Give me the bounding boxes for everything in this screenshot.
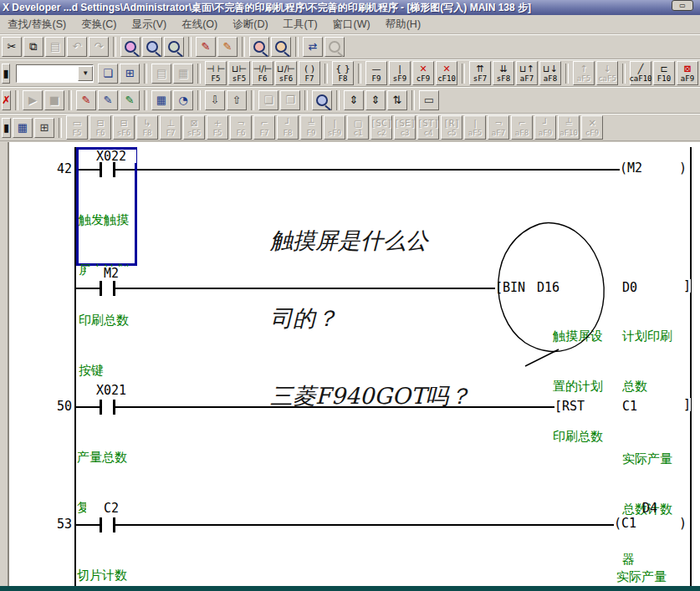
sfc-rule-vline-button: |aF5 bbox=[464, 115, 486, 140]
minimize-button[interactable]: ▭ bbox=[672, 0, 693, 11]
sfc-rule-write-button: ▢c1 bbox=[347, 115, 369, 140]
instruction-mnemonic[interactable]: [BIN bbox=[495, 281, 525, 294]
menu-find-replace[interactable]: 查找/替换(S) bbox=[0, 16, 74, 33]
closed-contact-button[interactable]: ⊣/⊢F6 bbox=[252, 61, 273, 85]
device-test-on-button[interactable]: ⇕ bbox=[344, 90, 364, 110]
comment-line: 印刷总数 bbox=[79, 312, 129, 329]
menu-tools[interactable]: 工具(T) bbox=[276, 16, 325, 33]
ladder-editor[interactable]: X022 42 触发触摸 屏上计划 印刷总数 按键 (M2 ) 触摸屏是什么公 … bbox=[0, 142, 700, 586]
closed-branch-button[interactable]: ⊔/⊢sF6 bbox=[275, 61, 297, 85]
branch-line-button[interactable]: ⊏F10 bbox=[653, 61, 675, 85]
window-tile-icon: ❐ bbox=[285, 94, 295, 106]
ladder-write-button[interactable]: ✎ bbox=[196, 37, 216, 57]
statement-edit-icon: ✎ bbox=[104, 94, 113, 106]
grip-partial-button[interactable]: ▮ bbox=[2, 118, 11, 138]
sfc-rule-selection-button: ¬aF7 bbox=[488, 115, 509, 140]
find-device-button[interactable] bbox=[142, 37, 162, 57]
instruction-operand[interactable]: D0 bbox=[622, 281, 637, 294]
device-comment: 切片计数 器 bbox=[77, 533, 127, 591]
open-branch-button[interactable]: ⊔⊢sF5 bbox=[228, 61, 250, 85]
contact-device-label: C2 bbox=[86, 502, 136, 515]
instruction-mnemonic[interactable]: [RST bbox=[554, 400, 585, 413]
function-key-label: aF9 bbox=[539, 129, 552, 137]
monitor-start-icon: ▶ bbox=[28, 94, 37, 106]
online-write-button[interactable]: ⇧ bbox=[227, 90, 247, 110]
coil-symbol[interactable]: (C1 bbox=[614, 517, 636, 530]
device-test-on-icon: ⇕ bbox=[350, 94, 359, 106]
toolbar-edit-monitor: ✗▶■✎✎✎▦◔⇩⇧❏❐⇕⇕⇅▭ bbox=[0, 87, 700, 114]
open-contact-button[interactable]: ⊣ ⊢F5 bbox=[205, 61, 227, 85]
function-key-label: F8 bbox=[143, 129, 152, 137]
instruction-operand[interactable]: C1 bbox=[622, 400, 637, 413]
horizontal-line-button[interactable]: —F9 bbox=[365, 61, 387, 85]
toolbar-separator bbox=[69, 90, 72, 110]
device-comment-edit-button[interactable]: ✎ bbox=[76, 90, 96, 110]
delete-branch-icon: ⊠ bbox=[683, 64, 691, 74]
clock-setting-button[interactable]: ◔ bbox=[173, 90, 193, 110]
ladder-edit-partial-button[interactable]: ✗ bbox=[2, 90, 11, 110]
menu-view[interactable]: 显示(V) bbox=[125, 16, 175, 33]
device-memory-button[interactable]: ▦ bbox=[151, 90, 171, 110]
contact-symbol[interactable] bbox=[100, 281, 115, 296]
statement-edit-button[interactable]: ✎ bbox=[98, 90, 118, 110]
online-read-button[interactable]: ⇩ bbox=[205, 90, 225, 110]
chevron-down-icon[interactable]: ▼ bbox=[78, 66, 93, 81]
copy-button[interactable]: ⧉ bbox=[23, 37, 43, 57]
coil-button[interactable]: ( )F7 bbox=[299, 61, 320, 85]
menu-window[interactable]: 窗口(W) bbox=[325, 16, 378, 33]
zoom-in-button[interactable] bbox=[249, 37, 269, 57]
menu-help[interactable]: 帮助(H) bbox=[378, 16, 428, 33]
contact-symbol[interactable] bbox=[100, 517, 115, 532]
project-tree-button[interactable]: ⊞ bbox=[120, 64, 140, 84]
find-button[interactable] bbox=[120, 37, 141, 57]
grip-partial-icon: ▮ bbox=[3, 122, 9, 134]
application-instruction-icon: { } bbox=[335, 64, 350, 74]
function-key-label: aF7 bbox=[492, 129, 505, 137]
sfc-simultaneous-convergence-icon: ╧ bbox=[309, 119, 314, 129]
monitor-test-button[interactable] bbox=[312, 90, 332, 110]
vertical-line-button[interactable]: |sF9 bbox=[389, 61, 411, 85]
note-edit-button[interactable]: ✎ bbox=[120, 90, 140, 110]
keyboard-entry-button[interactable]: ▭ bbox=[419, 90, 439, 110]
pulse-up-branch-button[interactable]: ⊔↑aF7 bbox=[516, 61, 538, 85]
pulse-down-contact-button[interactable]: ⇊sF8 bbox=[493, 61, 514, 85]
counter-preset-label: D4 bbox=[642, 502, 657, 515]
program-check-button[interactable]: ❏ bbox=[98, 64, 118, 84]
device-test-off-button[interactable]: ⇕ bbox=[365, 90, 386, 110]
sfc-step-button: ▭F5 bbox=[66, 115, 88, 140]
contact-symbol[interactable] bbox=[100, 400, 115, 415]
coil-symbol[interactable]: (M2 bbox=[620, 161, 642, 175]
menu-convert[interactable]: 变换(C) bbox=[74, 16, 124, 33]
sfc-grid-button[interactable]: ▦ bbox=[13, 118, 33, 138]
application-instruction-button[interactable]: { }F8 bbox=[332, 61, 354, 85]
menu-diagnostics[interactable]: 诊断(D) bbox=[225, 16, 275, 33]
sfc-rule-conv2-icon: ╧ bbox=[566, 119, 572, 129]
instruction-operand[interactable]: D16 bbox=[537, 281, 559, 294]
menu-online[interactable]: 在线(O) bbox=[174, 16, 225, 33]
function-key-label: c1 bbox=[354, 129, 363, 137]
device-test-toggle-button[interactable]: ⇅ bbox=[387, 90, 407, 110]
find-instruction-button[interactable] bbox=[164, 37, 184, 57]
wizard-combobox[interactable]: ▼ bbox=[16, 64, 94, 83]
sfc-jump-icon: ↳ bbox=[143, 119, 151, 129]
annotation-line: 三菱F940GOT吗？ bbox=[270, 383, 471, 409]
function-key-label: sF9 bbox=[393, 74, 406, 83]
fall-icon: ↓ bbox=[603, 64, 611, 74]
contact-symbol[interactable] bbox=[100, 162, 115, 177]
delete-branch-button[interactable]: ⊠aF9 bbox=[677, 61, 698, 85]
delete-horizontal-line-button[interactable]: ✕cF9 bbox=[412, 61, 434, 85]
sfc-simultaneous-convergence-button: ╧F9 bbox=[300, 115, 322, 140]
sfc-tree-button[interactable]: ⊞ bbox=[34, 118, 54, 138]
delete-vertical-line-button[interactable]: ✕cF10 bbox=[436, 61, 457, 85]
sfc-rule-vline-icon: | bbox=[473, 119, 477, 129]
invert-result-button[interactable]: ╱caF10 bbox=[630, 61, 651, 85]
pulse-up-contact-button[interactable]: ⇈sF7 bbox=[469, 61, 491, 85]
annotation-line: 触摸屏是什么公 bbox=[270, 227, 471, 253]
program-transfer-button[interactable]: ⇄ bbox=[303, 37, 323, 57]
comment-line: 计划印刷 bbox=[622, 328, 672, 344]
cut-button[interactable]: ✂ bbox=[2, 37, 22, 57]
zoom-out-button[interactable] bbox=[271, 37, 291, 57]
pulse-down-branch-button[interactable]: ⊔↓aF8 bbox=[539, 61, 561, 85]
ladder-monitor-write-button[interactable]: ✎ bbox=[217, 37, 238, 57]
function-key-label: F5 bbox=[213, 129, 222, 137]
